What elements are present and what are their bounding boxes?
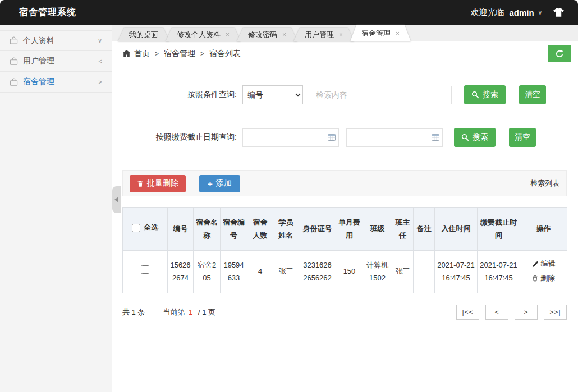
close-icon[interactable]: × — [339, 31, 343, 39]
add-button[interactable]: + 添加 — [199, 175, 240, 192]
welcome-text: 欢迎光临 — [470, 7, 504, 18]
table-toolbar: 批量删除 + 添加 检索列表 — [122, 170, 567, 196]
delete-label: 删除 — [540, 272, 555, 285]
triangle-left-icon — [114, 197, 118, 202]
current-page-number: 1 — [189, 308, 192, 316]
trash-icon — [137, 180, 144, 187]
col-header: 备注 — [414, 208, 435, 251]
col-header: 单月费用 — [336, 208, 363, 251]
last-page-button[interactable]: >>| — [544, 305, 567, 320]
chevron-right-icon: > — [99, 79, 102, 85]
refresh-button[interactable] — [548, 45, 571, 62]
cell-capacity: 4 — [247, 251, 273, 293]
tab-desktop[interactable]: 我的桌面 — [118, 28, 169, 41]
briefcase-icon — [10, 78, 18, 86]
clear-button-label: 清空 — [525, 90, 540, 100]
search-button[interactable]: 搜索 — [464, 85, 506, 104]
cell-monthly-fee: 150 — [336, 251, 363, 293]
select-all-label: 全选 — [144, 222, 158, 234]
sidebar-item-dorms[interactable]: 宿舍管理 > — [0, 72, 112, 93]
col-header: 操作 — [520, 208, 567, 251]
batch-delete-label: 批量删除 — [147, 178, 178, 188]
breadcrumb-level1[interactable]: 宿舍管理 — [164, 49, 195, 59]
tab-label: 我的桌面 — [129, 30, 158, 40]
row-checkbox[interactable] — [141, 265, 149, 274]
batch-delete-button[interactable]: 批量删除 — [130, 175, 186, 192]
calendar-icon[interactable] — [328, 133, 336, 141]
date-search-button[interactable]: 搜索 — [454, 128, 496, 147]
date-search-button-label: 搜索 — [473, 132, 488, 142]
date-query-label: 按照缴费截止日期查询: — [122, 132, 242, 142]
prev-page-button[interactable]: < — [485, 305, 508, 320]
search-input[interactable] — [310, 86, 452, 104]
caret-down-icon: ∨ — [538, 10, 542, 16]
search-field-select[interactable]: 编号 — [242, 85, 303, 104]
cell-actions: 编辑 删除 — [520, 251, 567, 293]
table-row: 156262674 宿舍205 19594633 4 张三 3231626265… — [123, 251, 567, 293]
row-select-cell — [123, 251, 168, 293]
edit-label: 编辑 — [541, 257, 556, 270]
cell-student-name: 张三 — [273, 251, 299, 293]
select-all-cell: 全选 — [123, 208, 168, 251]
briefcase-icon — [10, 57, 18, 66]
tab-edit-profile[interactable]: 修改个人资料 × — [166, 28, 241, 41]
breadcrumb: 首页 > 宿舍管理 > 宿舍列表 — [112, 41, 578, 66]
breadcrumb-separator: > — [155, 50, 159, 58]
tab-label: 修改密码 — [248, 30, 277, 40]
cell-dorm-name: 宿舍205 — [194, 251, 221, 293]
table-footer: 共 1 条 当前第 1 / 1 页 |<< < > >>| — [122, 305, 567, 320]
edit-link[interactable]: 编辑 — [532, 257, 556, 270]
cell-head-teacher: 张三 — [392, 251, 414, 293]
col-header: 班主任 — [392, 208, 414, 251]
sidebar-item-label: 用户管理 — [23, 56, 54, 66]
add-label: 添加 — [216, 178, 232, 188]
delete-link[interactable]: 删除 — [532, 272, 555, 285]
tab-label: 宿舍管理 — [361, 29, 391, 39]
sidebar-item-profile[interactable]: 个人资料 ∨ — [0, 30, 112, 51]
clear-button[interactable]: 清空 — [519, 85, 546, 104]
table-header-row: 全选 编号 宿舍名称 宿舍编号 宿舍人数 学员姓名 身份证号 单月费用 班级 班… — [123, 208, 567, 251]
date-end-input[interactable] — [346, 128, 443, 147]
cell-class: 计算机1502 — [363, 251, 392, 293]
sidebar-item-label: 个人资料 — [23, 36, 54, 46]
username: admin — [509, 8, 534, 17]
col-header: 宿舍人数 — [247, 208, 273, 251]
tab-change-password[interactable]: 修改密码 × — [237, 28, 297, 41]
tab-bar: 我的桌面 修改个人资料 × 修改密码 × 用户管理 × 宿舍管理 × — [112, 25, 578, 41]
close-icon[interactable]: × — [282, 31, 286, 39]
close-icon[interactable]: × — [396, 30, 400, 38]
refresh-icon — [555, 49, 564, 58]
list-title: 检索列表 — [530, 178, 559, 188]
condition-query-label: 按照条件查询: — [122, 90, 242, 100]
tab-dorm-management[interactable]: 宿舍管理 × — [350, 25, 411, 41]
sidebar-collapse-handle[interactable] — [112, 186, 121, 213]
tshirt-icon[interactable] — [553, 8, 565, 17]
sidebar-item-users[interactable]: 用户管理 < — [0, 51, 112, 72]
date-clear-button-label: 清空 — [515, 132, 530, 142]
first-page-button[interactable]: |<< — [456, 305, 479, 320]
col-header: 身份证号 — [299, 208, 336, 251]
page-suffix: / 1 页 — [198, 308, 215, 316]
col-header: 编号 — [168, 208, 194, 251]
pagination: |<< < > >>| — [456, 305, 567, 320]
date-clear-button[interactable]: 清空 — [509, 128, 536, 147]
top-bar: 宿舍管理系统 欢迎光临 admin ∨ — [0, 0, 578, 25]
plus-icon: + — [208, 179, 213, 188]
app-title: 宿舍管理系统 — [19, 7, 76, 19]
close-icon[interactable]: × — [226, 31, 230, 39]
cell-fee-deadline: 2021-07-21 16:47:45 — [478, 251, 520, 293]
tab-user-management[interactable]: 用户管理 × — [293, 28, 354, 41]
next-page-button[interactable]: > — [515, 305, 538, 320]
date-start-input[interactable] — [242, 128, 339, 147]
select-all-checkbox[interactable] — [132, 224, 140, 232]
total-count: 共 1 条 — [122, 307, 145, 317]
user-menu[interactable]: admin ∨ — [509, 8, 542, 17]
search-icon — [471, 91, 479, 99]
col-header: 宿舍名称 — [194, 208, 221, 251]
content-area: 按照条件查询: 编号 搜索 清空 按照缴费截止日期查询: — [112, 66, 578, 392]
cell-id-card: 32316262656262 — [299, 251, 336, 293]
breadcrumb-home[interactable]: 首页 — [134, 49, 150, 59]
calendar-icon[interactable] — [432, 133, 439, 141]
tab-label: 用户管理 — [305, 30, 334, 40]
cell-id: 156262674 — [168, 251, 194, 293]
